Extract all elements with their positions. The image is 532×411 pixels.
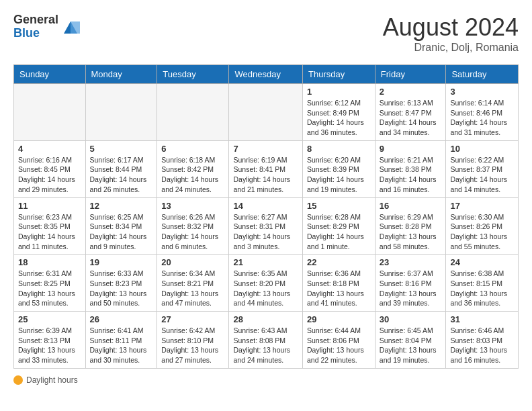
- day-number: 28: [233, 314, 298, 324]
- day-number: 31: [450, 314, 514, 324]
- day-info: Sunrise: 6:30 AM Sunset: 8:26 PM Dayligh…: [450, 212, 514, 252]
- day-number: 14: [233, 201, 298, 211]
- calendar-cell: 16Sunrise: 6:29 AM Sunset: 8:28 PM Dayli…: [375, 197, 446, 255]
- location-subtitle: Dranic, Dolj, Romania: [383, 42, 519, 54]
- calendar-cell: 8Sunrise: 6:20 AM Sunset: 8:39 PM Daylig…: [303, 140, 375, 197]
- day-info: Sunrise: 6:16 AM Sunset: 8:45 PM Dayligh…: [18, 155, 81, 195]
- day-info: Sunrise: 6:36 AM Sunset: 8:18 PM Dayligh…: [307, 269, 371, 308]
- logo-blue: Blue: [13, 27, 58, 40]
- calendar-cell: 26Sunrise: 6:41 AM Sunset: 8:11 PM Dayli…: [85, 312, 157, 369]
- day-info: Sunrise: 6:41 AM Sunset: 8:11 PM Dayligh…: [90, 326, 153, 365]
- daylight-legend: Daylight hours: [13, 375, 78, 385]
- logo: General Blue: [13, 13, 80, 40]
- day-number: 17: [450, 201, 514, 211]
- day-info: Sunrise: 6:27 AM Sunset: 8:31 PM Dayligh…: [233, 212, 298, 252]
- day-number: 12: [90, 201, 153, 211]
- day-info: Sunrise: 6:42 AM Sunset: 8:10 PM Dayligh…: [161, 326, 224, 365]
- day-info: Sunrise: 6:35 AM Sunset: 8:20 PM Dayligh…: [233, 269, 298, 308]
- month-year-title: August 2024: [383, 13, 519, 42]
- calendar-cell: 5Sunrise: 6:17 AM Sunset: 8:44 PM Daylig…: [85, 140, 157, 197]
- day-info: Sunrise: 6:28 AM Sunset: 8:29 PM Dayligh…: [307, 212, 371, 252]
- day-info: Sunrise: 6:20 AM Sunset: 8:39 PM Dayligh…: [307, 155, 371, 195]
- day-info: Sunrise: 6:22 AM Sunset: 8:37 PM Dayligh…: [450, 155, 514, 195]
- calendar-cell: [14, 84, 86, 141]
- calendar-cell: 20Sunrise: 6:34 AM Sunset: 8:21 PM Dayli…: [157, 255, 229, 312]
- day-info: Sunrise: 6:29 AM Sunset: 8:28 PM Dayligh…: [380, 212, 442, 252]
- day-number: 3: [450, 87, 514, 97]
- day-number: 6: [161, 144, 224, 154]
- calendar-cell: 29Sunrise: 6:44 AM Sunset: 8:06 PM Dayli…: [303, 312, 375, 369]
- day-number: 25: [18, 314, 81, 324]
- sun-icon: [13, 375, 23, 385]
- col-header-friday: Friday: [375, 65, 446, 84]
- col-header-thursday: Thursday: [303, 65, 375, 84]
- day-info: Sunrise: 6:31 AM Sunset: 8:25 PM Dayligh…: [18, 269, 81, 308]
- calendar-cell: 14Sunrise: 6:27 AM Sunset: 8:31 PM Dayli…: [229, 197, 303, 255]
- col-header-sunday: Sunday: [14, 65, 86, 84]
- calendar-footer: Daylight hours: [13, 375, 519, 385]
- day-info: Sunrise: 6:45 AM Sunset: 8:04 PM Dayligh…: [380, 326, 442, 365]
- calendar-cell: 13Sunrise: 6:26 AM Sunset: 8:32 PM Dayli…: [157, 197, 229, 255]
- col-header-saturday: Saturday: [446, 65, 519, 84]
- calendar-cell: 24Sunrise: 6:38 AM Sunset: 8:15 PM Dayli…: [446, 255, 519, 312]
- day-number: 5: [90, 144, 153, 154]
- day-info: Sunrise: 6:25 AM Sunset: 8:34 PM Dayligh…: [90, 212, 153, 252]
- calendar-week-row: 18Sunrise: 6:31 AM Sunset: 8:25 PM Dayli…: [14, 255, 519, 312]
- day-number: 16: [380, 201, 442, 211]
- logo-icon: [61, 17, 80, 36]
- calendar-cell: 4Sunrise: 6:16 AM Sunset: 8:45 PM Daylig…: [14, 140, 86, 197]
- day-number: 13: [161, 201, 224, 211]
- day-info: Sunrise: 6:43 AM Sunset: 8:08 PM Dayligh…: [233, 326, 298, 365]
- day-info: Sunrise: 6:39 AM Sunset: 8:13 PM Dayligh…: [18, 326, 81, 365]
- col-header-tuesday: Tuesday: [157, 65, 229, 84]
- calendar-cell: 6Sunrise: 6:18 AM Sunset: 8:42 PM Daylig…: [157, 140, 229, 197]
- calendar-cell: 2Sunrise: 6:13 AM Sunset: 8:47 PM Daylig…: [375, 84, 446, 141]
- calendar-cell: 10Sunrise: 6:22 AM Sunset: 8:37 PM Dayli…: [446, 140, 519, 197]
- title-block: August 2024 Dranic, Dolj, Romania: [383, 13, 519, 54]
- day-number: 2: [380, 87, 442, 97]
- day-number: 1: [307, 87, 371, 97]
- col-header-monday: Monday: [85, 65, 157, 84]
- calendar-week-row: 25Sunrise: 6:39 AM Sunset: 8:13 PM Dayli…: [14, 312, 519, 369]
- day-number: 7: [233, 144, 298, 154]
- day-number: 8: [307, 144, 371, 154]
- day-number: 29: [307, 314, 371, 324]
- day-number: 4: [18, 144, 81, 154]
- logo-general: General: [13, 13, 58, 27]
- day-info: Sunrise: 6:17 AM Sunset: 8:44 PM Dayligh…: [90, 155, 153, 195]
- day-info: Sunrise: 6:37 AM Sunset: 8:16 PM Dayligh…: [380, 269, 442, 308]
- day-number: 15: [307, 201, 371, 211]
- day-number: 9: [380, 144, 442, 154]
- day-number: 24: [450, 257, 514, 267]
- calendar-table: SundayMondayTuesdayWednesdayThursdayFrid…: [13, 64, 519, 369]
- calendar-cell: 27Sunrise: 6:42 AM Sunset: 8:10 PM Dayli…: [157, 312, 229, 369]
- day-number: 26: [90, 314, 153, 324]
- day-info: Sunrise: 6:14 AM Sunset: 8:46 PM Dayligh…: [450, 98, 514, 138]
- day-info: Sunrise: 6:12 AM Sunset: 8:49 PM Dayligh…: [307, 98, 371, 138]
- day-number: 10: [450, 144, 514, 154]
- day-number: 19: [90, 257, 153, 267]
- day-number: 27: [161, 314, 224, 324]
- day-info: Sunrise: 6:44 AM Sunset: 8:06 PM Dayligh…: [307, 326, 371, 365]
- day-info: Sunrise: 6:13 AM Sunset: 8:47 PM Dayligh…: [380, 98, 442, 138]
- calendar-cell: 15Sunrise: 6:28 AM Sunset: 8:29 PM Dayli…: [303, 197, 375, 255]
- page-header: General Blue August 2024 Dranic, Dolj, R…: [13, 13, 519, 54]
- calendar-header-row: SundayMondayTuesdayWednesdayThursdayFrid…: [14, 65, 519, 84]
- calendar-cell: 19Sunrise: 6:33 AM Sunset: 8:23 PM Dayli…: [85, 255, 157, 312]
- day-number: 22: [307, 257, 371, 267]
- calendar-cell: [229, 84, 303, 141]
- calendar-cell: 12Sunrise: 6:25 AM Sunset: 8:34 PM Dayli…: [85, 197, 157, 255]
- calendar-cell: 30Sunrise: 6:45 AM Sunset: 8:04 PM Dayli…: [375, 312, 446, 369]
- day-info: Sunrise: 6:23 AM Sunset: 8:35 PM Dayligh…: [18, 212, 81, 252]
- calendar-cell: 18Sunrise: 6:31 AM Sunset: 8:25 PM Dayli…: [14, 255, 86, 312]
- day-number: 21: [233, 257, 298, 267]
- col-header-wednesday: Wednesday: [229, 65, 303, 84]
- day-info: Sunrise: 6:34 AM Sunset: 8:21 PM Dayligh…: [161, 269, 224, 308]
- calendar-cell: 9Sunrise: 6:21 AM Sunset: 8:38 PM Daylig…: [375, 140, 446, 197]
- calendar-cell: 31Sunrise: 6:46 AM Sunset: 8:03 PM Dayli…: [446, 312, 519, 369]
- calendar-week-row: 11Sunrise: 6:23 AM Sunset: 8:35 PM Dayli…: [14, 197, 519, 255]
- calendar-cell: 23Sunrise: 6:37 AM Sunset: 8:16 PM Dayli…: [375, 255, 446, 312]
- calendar-cell: 22Sunrise: 6:36 AM Sunset: 8:18 PM Dayli…: [303, 255, 375, 312]
- day-info: Sunrise: 6:21 AM Sunset: 8:38 PM Dayligh…: [380, 155, 442, 195]
- calendar-cell: 7Sunrise: 6:19 AM Sunset: 8:41 PM Daylig…: [229, 140, 303, 197]
